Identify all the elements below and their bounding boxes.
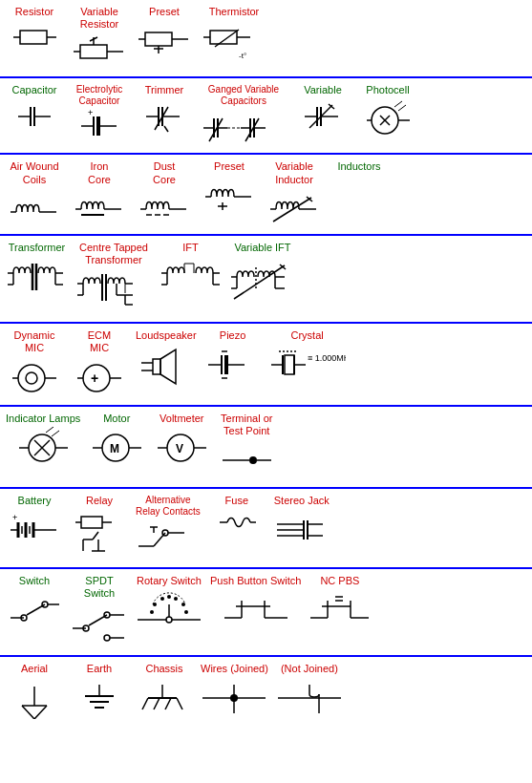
label-wires-not-joined: (Not Joined) [281, 663, 338, 675]
symbol-indicator-lamp [17, 427, 70, 469]
svg-text:+: + [88, 109, 93, 117]
svg-rect-4 [80, 45, 107, 58]
symbol-fuse [218, 509, 256, 551]
symbol-photocell [364, 99, 412, 138]
svg-line-169 [93, 532, 98, 540]
symbol-switch [9, 589, 61, 631]
label-relay: Relay [86, 495, 113, 507]
label-earth: Earth [87, 663, 112, 675]
label-switch: Switch [19, 575, 50, 587]
label-nc-pbs: NC PBS [320, 575, 359, 587]
svg-rect-122 [153, 359, 160, 374]
svg-text:+: + [12, 513, 17, 522]
symbol-stereo-jack [275, 509, 328, 551]
symbol-capacitor [15, 99, 53, 134]
item-capacitor: Capacitor [6, 84, 63, 133]
section-connections: Aerial Earth Chassis [0, 657, 532, 725]
label-chassis: Chassis [145, 663, 182, 675]
svg-point-203 [167, 595, 171, 599]
svg-text:≡ 1.000MHz: ≡ 1.000MHz [308, 353, 346, 363]
symbol-loudspeaker [139, 344, 192, 386]
section-transformers: Transformer Centre TappedTransformer [0, 236, 532, 324]
label-inductors: Inductors [337, 160, 380, 173]
section-misc1: Indicator Lamps Motor M V [0, 407, 532, 489]
svg-marker-123 [160, 349, 176, 384]
svg-text:+: + [91, 370, 98, 386]
item-aerial: Aerial [6, 663, 63, 719]
label-photocell: Photocell [366, 84, 409, 96]
label-fuse: Fuse [225, 495, 248, 507]
label-loudspeaker: Loudspeaker [136, 329, 197, 342]
label-dynamic-mic: DynamicMIC [14, 329, 55, 354]
item-stereo-jack: Stereo Jack [273, 495, 330, 551]
svg-rect-165 [81, 517, 102, 528]
symbol-voltmeter: V [156, 427, 208, 469]
item-wires-not-joined: (Not Joined) [276, 663, 343, 719]
svg-line-230 [22, 706, 34, 719]
symbol-thermistor: -t° [201, 20, 267, 68]
symbol-ecm-mic: + [75, 357, 123, 399]
svg-point-112 [18, 365, 45, 392]
svg-rect-133 [285, 355, 294, 374]
svg-point-154 [249, 456, 257, 464]
svg-line-144 [46, 427, 53, 433]
item-photocell: Photocell [359, 84, 416, 137]
item-ecm-mic: ECMMIC + [71, 329, 128, 398]
item-voltmeter: Voltmeter V [153, 413, 210, 469]
item-ift: IFT [160, 242, 222, 304]
symbol-variable-ift [229, 256, 296, 304]
label-crystal: Crystal [290, 329, 323, 342]
symbol-variable-inductor [268, 188, 321, 228]
svg-point-199 [166, 617, 172, 623]
symbol-piezo [206, 344, 259, 386]
svg-line-240 [165, 698, 171, 709]
symbol-resistor [9, 20, 61, 54]
svg-line-37 [209, 118, 223, 141]
symbol-aerial [11, 677, 58, 719]
label-dust-core: DustCore [153, 160, 176, 185]
label-capacitor: Capacitor [11, 84, 56, 96]
svg-line-239 [154, 698, 160, 709]
svg-point-113 [26, 372, 37, 384]
item-alt-relay: AlternativeRelay Contacts [136, 495, 201, 561]
symbol-ganged [201, 109, 287, 147]
svg-rect-1 [20, 31, 47, 44]
item-preset: Preset [136, 6, 193, 58]
svg-point-204 [174, 597, 178, 601]
item-variable-ift: Variable IFT [229, 242, 296, 304]
symbol-centre-tapped [75, 268, 152, 316]
svg-line-43 [245, 118, 259, 141]
label-transformer: Transformer [9, 242, 66, 254]
svg-text:M: M [110, 442, 119, 455]
symbol-wires-not-joined [276, 677, 343, 719]
svg-point-206 [184, 610, 188, 614]
item-inductors-label: Inductors [330, 160, 388, 175]
symbol-test-point [221, 439, 273, 481]
svg-point-197 [104, 635, 110, 641]
item-loudspeaker: Loudspeaker [136, 329, 197, 386]
item-fuse: Fuse [208, 495, 266, 551]
label-battery: Battery [18, 495, 52, 507]
symbol-motor: M [91, 427, 143, 469]
item-air-coil: Air WoundCoils [6, 160, 63, 225]
label-piezo: Piezo [220, 329, 246, 342]
item-variable-inductor: VariableInductor [266, 160, 323, 227]
item-nc-pbs: NC PBS [309, 575, 371, 631]
item-earth: Earth [71, 663, 128, 719]
svg-line-110 [234, 265, 285, 299]
svg-line-32 [164, 126, 168, 132]
label-motor: Motor [103, 413, 130, 425]
item-electrolytic: ElectrolyticCapacitor + [71, 84, 128, 143]
item-test-point: Terminal orTest Point [218, 413, 275, 481]
item-chassis: Chassis [136, 663, 193, 719]
item-thermistor: Thermistor -t° [201, 6, 267, 68]
symbol-electrolytic: + [78, 109, 121, 143]
item-battery: Battery + [6, 495, 63, 551]
symbol-air-coil [9, 188, 61, 226]
item-indicator-lamp: Indicator Lamps [6, 413, 80, 469]
label-preset: Preset [149, 6, 180, 18]
item-preset-inductor: Preset [201, 160, 258, 215]
symbol-nc-pbs [309, 589, 371, 631]
label-variable-resistor: VariableResistor [80, 6, 118, 31]
symbol-variable-cap [302, 99, 345, 134]
